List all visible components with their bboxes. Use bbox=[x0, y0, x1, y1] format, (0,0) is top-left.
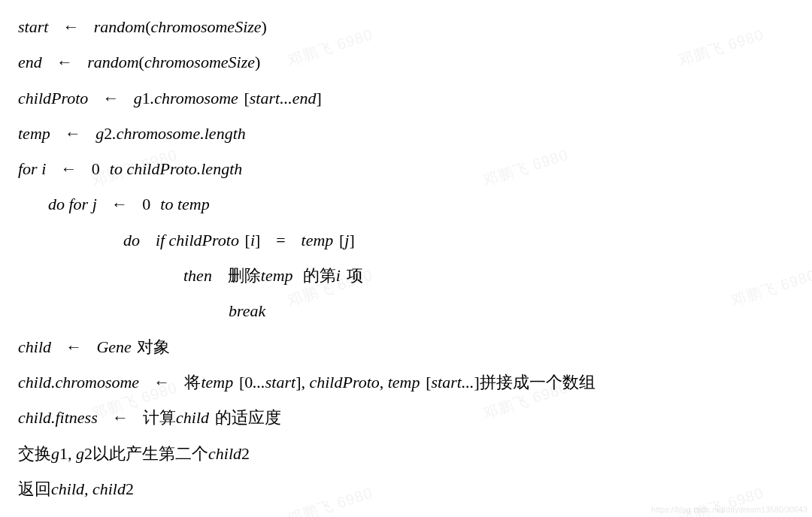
var-end: end bbox=[18, 53, 42, 71]
line-8: then 删除temp 的第i项 bbox=[18, 258, 794, 293]
fn-random: random bbox=[94, 17, 145, 36]
source-url: https://blog.csdn.net/daydream13580/3004… bbox=[652, 506, 807, 514]
line-13: 交换g1, g2以此产生第二个child2 bbox=[18, 436, 794, 471]
arg: chromosomeSize bbox=[151, 17, 262, 36]
line-1: start ← random(chromosomeSize) bbox=[18, 9, 794, 44]
line-10: child ← Gene对象 bbox=[18, 329, 794, 364]
line-9: break bbox=[18, 293, 794, 328]
line-2: end ← random(chromosomeSize) bbox=[18, 44, 794, 80]
line-14: 返回child, child2 bbox=[18, 471, 794, 506]
line-3: childProto ← g1.chromosome[start...end] bbox=[18, 80, 794, 116]
line-5: for i ← 0 to childProto.length bbox=[18, 151, 794, 186]
var-start: start bbox=[18, 17, 48, 36]
line-6: do for j ← 0 to temp bbox=[18, 186, 794, 222]
line-12: child.fitness ← 计算child的适应度 bbox=[18, 400, 794, 435]
line-11: child.chromosome ← 将temp[0...start], chi… bbox=[18, 364, 794, 400]
line-7: do if childProto[i] = temp[j] bbox=[18, 222, 794, 258]
line-4: temp ← g2.chromosome.length bbox=[18, 116, 794, 151]
assign-arrow: ← bbox=[59, 17, 84, 36]
pseudocode-block: start ← random(chromosomeSize) end ← ran… bbox=[0, 0, 812, 506]
